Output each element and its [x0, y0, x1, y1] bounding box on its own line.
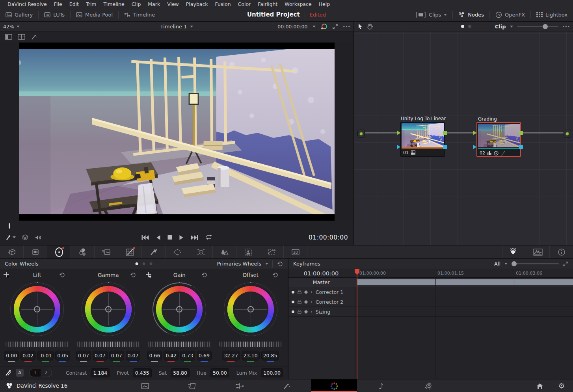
keyframe-zoom-slider[interactable] [512, 263, 559, 264]
grab-wand-icon[interactable] [5, 369, 12, 376]
offset-wheel-puck[interactable] [247, 306, 254, 312]
page-tab-cut[interactable] [181, 379, 204, 392]
corrector2-track-row[interactable] [354, 297, 573, 307]
expand-track-chevron[interactable]: › [311, 289, 313, 295]
expand-viewer-icon[interactable] [332, 24, 338, 30]
page-2-button[interactable]: 2 [41, 369, 52, 377]
menu-workspace[interactable]: Workspace [281, 1, 315, 7]
sizing-tool[interactable] [260, 245, 284, 258]
loop-button[interactable] [205, 234, 212, 240]
gain-color-wheel[interactable] [153, 282, 206, 336]
menu-app[interactable]: DaVinci Resolve [4, 1, 50, 7]
keyframe-diamond-icon[interactable] [304, 310, 308, 314]
keyframe-playhead[interactable] [357, 269, 357, 379]
keyframe-ruler[interactable]: 01:00:00:00 01:00:01:15 01:00:03:06 [354, 269, 573, 278]
home-button[interactable] [528, 379, 551, 392]
page-tab-color[interactable] [311, 379, 357, 392]
camera-raw-tool[interactable] [0, 245, 24, 258]
lift-g-value[interactable]: -0.01 [37, 351, 54, 360]
openfx-button[interactable]: fx OpenFX [490, 8, 530, 21]
key-input-port[interactable] [397, 145, 400, 149]
timeline-selector[interactable]: Timeline 1 [160, 24, 193, 30]
track-header-master[interactable]: Master [288, 278, 354, 287]
menu-timeline[interactable]: Timeline [100, 1, 128, 7]
offset-b-value[interactable]: 20.85 [261, 351, 279, 360]
nodes-button[interactable]: Nodes [453, 8, 489, 21]
timeline-button[interactable]: Timeline [119, 8, 160, 21]
viewer-options-icon[interactable]: ••• [343, 24, 350, 29]
keyframes-panel-toggle[interactable] [502, 245, 526, 258]
gamma-wheel-puck[interactable] [105, 306, 112, 312]
tracker-tool[interactable] [189, 245, 213, 258]
keyframe-diamond-icon[interactable] [304, 290, 308, 294]
corrector-node-02[interactable]: Grading 02 [476, 122, 521, 157]
page-tab-media[interactable] [134, 379, 156, 392]
track-enable-dot[interactable] [292, 310, 294, 313]
menu-mark[interactable]: Mark [144, 1, 164, 7]
curves-tool[interactable] [118, 245, 142, 258]
gamma-master-slider[interactable] [77, 342, 140, 347]
step-back-button[interactable] [156, 235, 160, 240]
reset-all-icon[interactable] [277, 261, 283, 267]
menu-file[interactable]: File [50, 1, 66, 7]
stereo-3d-tool[interactable]: 3D [284, 245, 307, 258]
graph-dot-active[interactable] [461, 25, 464, 28]
go-to-end-button[interactable] [190, 235, 198, 240]
wheel-page-dots[interactable] [136, 262, 153, 265]
track-header-sizing[interactable]: › Sizing [288, 307, 354, 317]
viewer-scrubber[interactable] [0, 221, 353, 230]
lightbox-button[interactable]: Lightbox [531, 8, 573, 21]
graph-mode-label[interactable]: Clip [495, 24, 506, 30]
luts-button[interactable]: LUTs [39, 8, 70, 21]
key-input-port[interactable] [473, 145, 476, 149]
keyframe-diamond-icon[interactable] [304, 300, 308, 304]
sat-value[interactable]: 58.80 [171, 368, 190, 377]
split-screen-icon[interactable] [5, 34, 12, 40]
clips-button[interactable]: Clips [410, 8, 452, 21]
scrubber-playhead[interactable] [9, 223, 10, 229]
lummix-value[interactable]: 100.00 [261, 368, 283, 377]
gallery-button[interactable]: Gallery [0, 8, 38, 21]
graph-zoom-slider[interactable] [517, 26, 558, 27]
corrector-node-01[interactable]: Unity Log To Linear 01 [400, 122, 445, 157]
wheel-mode-dropdown[interactable]: Primaries Wheels [217, 261, 261, 267]
auto-balance-button[interactable]: A [16, 369, 24, 377]
pivot-value[interactable]: 0.435 [133, 368, 152, 377]
rgb-mixer-tool[interactable] [71, 245, 95, 258]
offset-r-value[interactable]: 32.27 [222, 351, 240, 360]
go-to-start-button[interactable] [141, 235, 149, 240]
magic-wand-icon[interactable] [31, 34, 38, 40]
wipe-modes-icon[interactable] [22, 234, 29, 240]
hue-value[interactable]: 50.00 [210, 368, 229, 377]
gamma-r-value[interactable]: 0.07 [93, 351, 108, 360]
grid-view-icon[interactable] [18, 34, 25, 40]
expand-track-chevron[interactable]: › [311, 299, 313, 305]
rgb-input-port[interactable] [473, 130, 476, 135]
corrector1-track-row[interactable] [354, 287, 573, 297]
lift-picker-icon[interactable] [3, 271, 9, 278]
key-output-port[interactable] [519, 145, 523, 149]
lift-color-wheel[interactable] [10, 282, 64, 336]
page-tab-deliver[interactable] [417, 379, 439, 392]
media-pool-button[interactable]: Media Pool [71, 8, 118, 21]
viewer-canvas[interactable] [0, 42, 353, 221]
gamma-b-value[interactable]: 0.07 [126, 351, 141, 360]
contrast-value[interactable]: 1.184 [91, 368, 110, 377]
gain-g-value[interactable]: 0.73 [180, 351, 195, 360]
info-panel-toggle[interactable] [549, 245, 573, 258]
gamma-color-wheel[interactable] [82, 282, 135, 336]
output-node[interactable] [564, 130, 571, 137]
play-button[interactable] [179, 235, 184, 240]
lift-y-value[interactable]: 0.00 [4, 351, 19, 360]
grab-still-icon[interactable] [6, 234, 16, 241]
gamma-g-value[interactable]: 0.07 [109, 351, 124, 360]
stop-button[interactable] [167, 235, 172, 240]
keyframe-timeline-area[interactable]: 01:00:00:00 01:00:01:15 01:00:03:06 [354, 269, 573, 379]
scopes-panel-toggle[interactable] [526, 245, 549, 258]
settings-button[interactable]: ⚙ [550, 379, 573, 392]
track-header-corrector1[interactable]: › Corrector 1 [288, 287, 354, 297]
track-header-corrector2[interactable]: › Corrector 2 [288, 297, 354, 307]
gain-master-slider[interactable] [148, 342, 211, 347]
master-clip-bar[interactable] [357, 279, 573, 285]
menu-view[interactable]: View [164, 1, 182, 7]
